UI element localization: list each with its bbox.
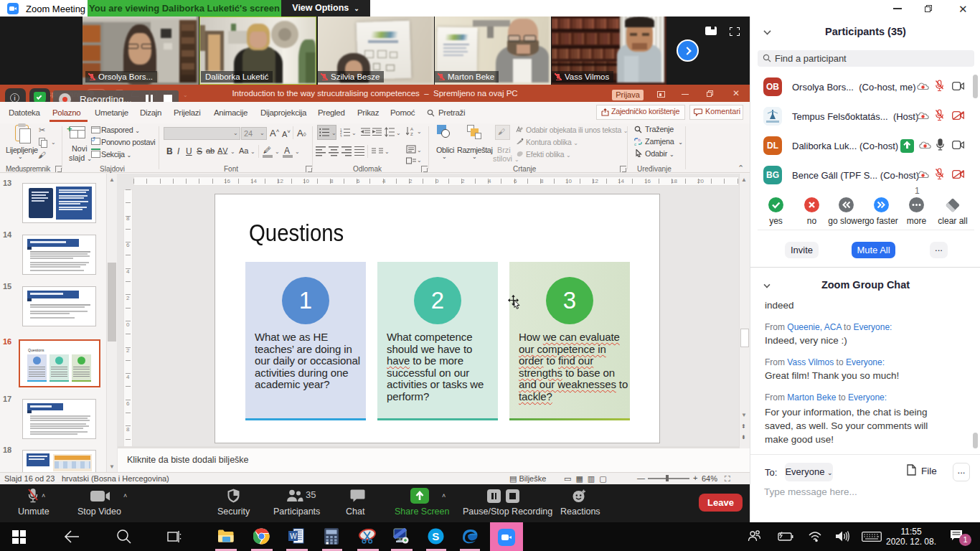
svg-text:A: A (410, 127, 413, 131)
svg-text:b: b (639, 138, 641, 142)
svg-text:c: c (634, 142, 636, 146)
svg-text:W: W (290, 532, 297, 540)
svg-text:3: 3 (340, 135, 342, 138)
svg-text:S: S (432, 530, 439, 542)
svg-text:Z: Z (410, 132, 413, 136)
